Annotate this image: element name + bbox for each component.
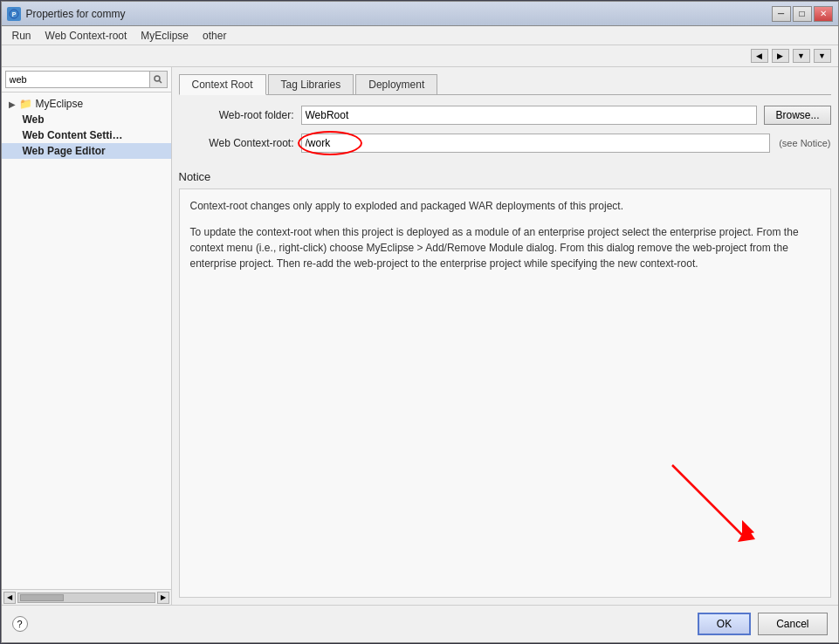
see-notice-text: (see Notice) [779, 138, 830, 148]
cancel-button[interactable]: Cancel [758, 613, 827, 635]
search-icon-button[interactable] [150, 71, 168, 88]
right-panel: Context Root Tag Libraries Deployment We… [172, 67, 838, 605]
tab-context-root[interactable]: Context Root [179, 74, 266, 95]
search-input[interactable] [5, 71, 150, 88]
nav-dropdown-button[interactable]: ▼ [814, 49, 831, 63]
nav-down-button[interactable]: ▼ [793, 49, 810, 63]
web-root-input[interactable] [301, 106, 758, 125]
tree-label-web: Web [23, 113, 45, 126]
svg-point-2 [155, 76, 160, 81]
notice-area: Notice Context-root changes only apply t… [179, 170, 831, 598]
dialog-body: ▶ 📁 MyEclipse Web Web Content Setti… Web… [2, 67, 838, 605]
tab-tag-libraries[interactable]: Tag Libraries [268, 74, 354, 94]
window-controls: ─ □ ✕ [772, 6, 833, 22]
web-root-label: Web-root folder: [179, 109, 301, 121]
tree-item-web-page-editor[interactable]: Web Page Editor [2, 143, 171, 159]
scroll-right-button[interactable]: ▶ [157, 592, 169, 604]
tree-label-web-content: Web Content Setti… [23, 129, 123, 141]
tree-container: ▶ 📁 MyEclipse Web Web Content Setti… Web… [2, 92, 171, 589]
scroll-left-button[interactable]: ◀ [3, 592, 16, 604]
minimize-button[interactable]: ─ [772, 6, 791, 22]
nav-forward-button[interactable]: ▶ [772, 49, 789, 63]
bottom-bar: ? OK Cancel [2, 605, 838, 642]
ok-button[interactable]: OK [698, 613, 751, 635]
web-context-label: Web Context-root: [179, 137, 301, 149]
nav-bar: ◀ ▶ ▼ ▼ [2, 45, 838, 67]
menu-run[interactable]: Run [5, 28, 38, 44]
notice-title: Notice [179, 170, 831, 183]
notice-box: Context-root changes only apply to explo… [179, 188, 831, 598]
tab-deployment[interactable]: Deployment [355, 74, 437, 94]
tree-item-myeclipse[interactable]: ▶ 📁 MyEclipse [2, 96, 171, 112]
tree-label-web-page-editor: Web Page Editor [23, 145, 106, 157]
tree-item-web[interactable]: Web [2, 112, 171, 127]
menu-other[interactable]: other [196, 28, 233, 44]
menu-bar: Run Web Context-root MyEclipse other [2, 26, 838, 45]
tree-folder-icon-myeclipse: 📁 [19, 98, 32, 110]
svg-line-3 [160, 81, 162, 84]
help-button[interactable]: ? [12, 616, 28, 632]
tabs-row: Context Root Tag Libraries Deployment [179, 74, 831, 95]
web-context-input[interactable] [301, 134, 771, 153]
web-root-row: Web-root folder: Browse... [179, 106, 831, 125]
web-context-row: Web Context-root: (see Notice) [179, 134, 831, 153]
bottom-buttons: OK Cancel [698, 613, 828, 635]
horizontal-scrollbar[interactable] [17, 593, 155, 603]
title-bar: P Properties for commy ─ □ ✕ [2, 2, 838, 26]
left-panel: ▶ 📁 MyEclipse Web Web Content Setti… Web… [2, 67, 172, 605]
notice-text2: To update the context-root when this pro… [190, 224, 820, 271]
search-bar [2, 67, 171, 92]
svg-text:P: P [11, 11, 16, 17]
window-title: Properties for commy [26, 8, 772, 20]
browse-button[interactable]: Browse... [764, 106, 830, 125]
app-icon: P [7, 7, 21, 21]
maximize-button[interactable]: □ [793, 6, 812, 22]
work-input-wrapper [301, 134, 771, 153]
close-button[interactable]: ✕ [814, 6, 833, 22]
notice-text1: Context-root changes only apply to explo… [190, 198, 820, 214]
menu-myeclipse[interactable]: MyEclipse [134, 28, 196, 44]
menu-web-context[interactable]: Web Context-root [38, 28, 134, 44]
tree-arrow-myeclipse: ▶ [9, 99, 16, 109]
nav-back-button[interactable]: ◀ [751, 49, 768, 63]
tree-item-web-content[interactable]: Web Content Setti… [2, 127, 171, 143]
tree-label-myeclipse: MyEclipse [36, 98, 84, 110]
dialog-window: P Properties for commy ─ □ ✕ Run Web Con… [1, 1, 839, 643]
left-scrollbar-area: ◀ ▶ [2, 589, 171, 605]
